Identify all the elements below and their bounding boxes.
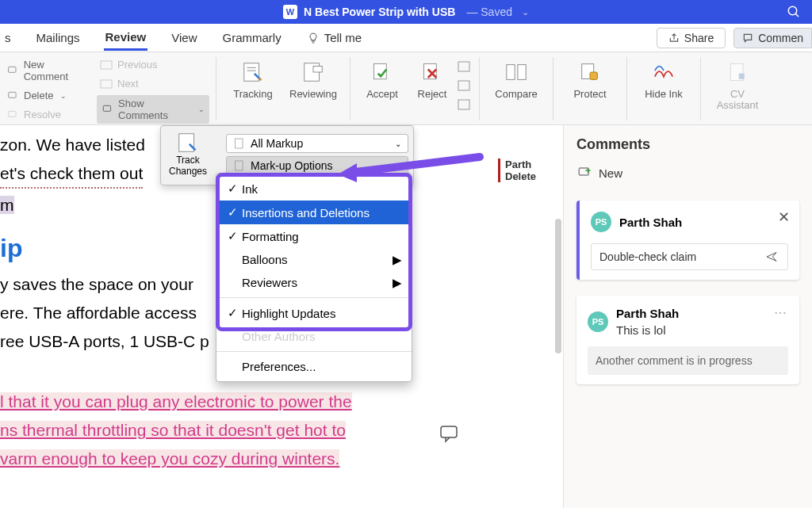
svg-rect-4	[9, 67, 16, 72]
menu-reviewers[interactable]: Reviewers▶	[216, 271, 412, 294]
prev-icon	[100, 59, 113, 71]
submenu-arrow-icon: ▶	[393, 253, 402, 267]
prev-change-icon[interactable]	[457, 60, 473, 74]
text: et's check them out	[0, 162, 143, 189]
doc-icon	[233, 137, 246, 150]
check-icon: ✓	[228, 181, 242, 196]
svg-rect-23	[590, 72, 597, 79]
tab-tellme[interactable]: Tell me	[305, 26, 364, 49]
avatar: PS	[588, 311, 608, 332]
next-button[interactable]: Next	[97, 76, 209, 91]
svg-rect-8	[101, 80, 112, 88]
menu-balloons[interactable]: Balloons▶	[216, 248, 412, 271]
cv-icon	[726, 61, 749, 83]
check-icon: ✓	[228, 306, 242, 320]
tab-view[interactable]: View	[170, 26, 198, 49]
titlebar: W N Best Power Strip with USB — Saved ⌄	[0, 0, 812, 24]
svg-rect-7	[101, 61, 112, 69]
comment-anchor-icon[interactable]	[439, 425, 460, 444]
accept-button[interactable]: Accept	[357, 57, 408, 100]
svg-rect-21	[518, 65, 526, 80]
svg-rect-6	[9, 111, 16, 116]
cv-assistant-button[interactable]: CVAssistant	[707, 57, 768, 111]
scrollbar-thumb[interactable]	[555, 219, 561, 353]
title-chevron-icon[interactable]: ⌄	[522, 7, 529, 17]
comment-button[interactable]: Commen	[733, 28, 812, 48]
tab-cut[interactable]: s	[3, 26, 13, 49]
ribbon-tabs: s Mailings Review View Grammarly Tell me…	[0, 24, 812, 52]
svg-text:W: W	[286, 7, 295, 17]
revision-note[interactable]: Parth Delete	[498, 159, 558, 182]
menu-preferences[interactable]: Preferences...	[216, 355, 412, 378]
svg-point-2	[788, 6, 797, 15]
tab-review[interactable]: Review	[104, 25, 148, 51]
next-icon	[100, 78, 113, 90]
check-icon: ✓	[228, 229, 242, 243]
svg-rect-5	[9, 92, 16, 97]
svg-rect-20	[507, 65, 515, 80]
text: m	[0, 196, 14, 214]
check-icon: ✓	[228, 205, 242, 220]
svg-rect-27	[579, 168, 588, 175]
svg-rect-10	[244, 63, 259, 82]
reviewing-button[interactable]: Reviewing	[283, 57, 343, 100]
svg-rect-14	[313, 67, 322, 73]
reject-button[interactable]: Reject	[408, 57, 457, 100]
track-changes-button[interactable]: Track Changes	[161, 126, 215, 181]
compare-icon	[504, 60, 528, 84]
share-button[interactable]: Share	[657, 28, 726, 48]
reviewing-icon	[301, 60, 325, 84]
comment-card[interactable]: ⋯ PS Parth Shah This is lol Another comm…	[576, 296, 799, 384]
send-icon[interactable]	[764, 250, 779, 263]
delete-button[interactable]: Delete⌄	[3, 88, 94, 103]
menu-formatting[interactable]: ✓Formatting	[216, 224, 412, 248]
tab-grammarly[interactable]: Grammarly	[220, 26, 282, 49]
deleted-text: varm enough to keep you cozy during wint…	[0, 449, 339, 468]
comment-author: Parth Shah	[619, 216, 682, 229]
svg-rect-18	[458, 81, 469, 90]
tracking-button[interactable]: Tracking	[223, 57, 283, 100]
new-comment-button[interactable]: New Comment	[3, 57, 94, 84]
search-icon[interactable]	[787, 5, 801, 19]
document-title: N Best Power Strip with USB	[304, 6, 455, 18]
svg-rect-9	[103, 105, 110, 111]
reply-input[interactable]: Double-check claim	[591, 243, 788, 270]
plus-comment-icon	[576, 166, 592, 180]
svg-rect-32	[236, 161, 243, 170]
menu-insertions-deletions[interactable]: ✓Insertions and Deletions	[216, 201, 412, 224]
word-app-icon: W	[283, 5, 297, 19]
menu-highlight-updates[interactable]: ✓Highlight Updates	[216, 301, 412, 325]
doc-icon	[233, 159, 246, 172]
next-change-icon[interactable]	[457, 79, 473, 94]
comment-body: This is lol	[616, 323, 679, 337]
more-changes-icon[interactable]	[457, 98, 473, 113]
annotation-arrow	[333, 151, 484, 182]
chevron-down-icon: ⌄	[395, 139, 401, 148]
previous-button[interactable]: Previous	[97, 57, 209, 72]
menu-other-authors[interactable]: Other Authors	[216, 325, 412, 348]
show-comments-icon	[102, 104, 113, 115]
protect-button[interactable]: Protect	[560, 57, 620, 100]
comment-card[interactable]: ✕ PS Parth Shah Double-check claim	[576, 201, 799, 280]
new-comment-button[interactable]: New	[576, 166, 799, 180]
markup-options-menu: ✓Ink ✓Insertions and Deletions ✓Formatti…	[216, 173, 412, 382]
resolve-button[interactable]: Resolve	[3, 107, 94, 122]
reject-icon	[421, 61, 443, 83]
hide-ink-button[interactable]: Hide Ink	[634, 57, 694, 100]
compare-button[interactable]: Compare	[486, 57, 546, 100]
text: zon. We have listed	[0, 136, 145, 154]
chevron-down-icon: ⌄	[60, 92, 67, 100]
protect-icon	[578, 60, 602, 84]
close-icon[interactable]: ✕	[778, 208, 790, 226]
deleted-text: ns thermal throttling so that it doesn't…	[0, 421, 346, 439]
chevron-down-icon: ⌄	[198, 105, 205, 113]
tracking-icon	[241, 60, 265, 84]
bulb-icon	[307, 32, 320, 44]
ribbon: New Comment Delete⌄ Resolve Previous Nex…	[0, 52, 812, 125]
svg-rect-30	[179, 134, 194, 152]
more-icon[interactable]: ⋯	[774, 305, 788, 320]
accept-icon	[371, 61, 393, 83]
avatar: PS	[591, 212, 611, 232]
tab-mailings[interactable]: Mailings	[35, 26, 82, 49]
show-comments-button[interactable]: Show Comments⌄	[97, 95, 209, 124]
